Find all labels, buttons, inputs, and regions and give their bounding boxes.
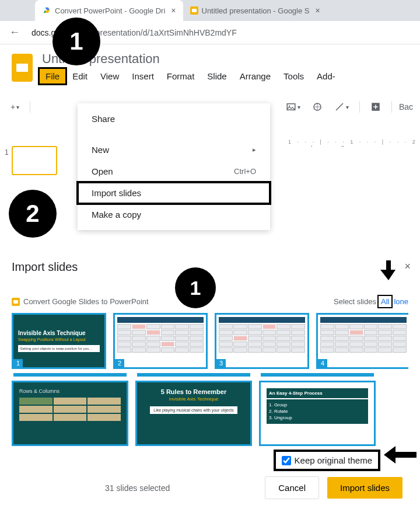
comment-button[interactable] xyxy=(367,99,384,114)
step-badge-2: 2 xyxy=(9,190,57,238)
shape-button[interactable] xyxy=(309,99,326,114)
background-button[interactable]: Bac xyxy=(399,102,413,112)
tab-label: Untitled presentation - Google S xyxy=(202,6,310,15)
close-icon[interactable]: × xyxy=(171,6,176,15)
import-button[interactable]: Import slides xyxy=(327,477,402,499)
slide-thumbnails-row2: Rows & Columns 5 Rules to Remember Invis… xyxy=(12,381,408,446)
checkbox-input[interactable] xyxy=(282,456,291,465)
image-icon xyxy=(286,102,296,112)
image-button[interactable]: ▾ xyxy=(282,99,304,114)
menu-make-copy[interactable]: Make a copy xyxy=(78,204,270,225)
ruler: 1 · · · | · · · 1 · · · | · · · 2 · · · … xyxy=(286,139,420,147)
menu-arrange[interactable]: Arrange xyxy=(234,69,276,83)
left-arrow-icon xyxy=(384,444,416,469)
step-badge-1b: 1 xyxy=(175,267,216,308)
selected-count: 31 slides selected xyxy=(105,483,170,493)
shape-icon xyxy=(312,102,323,112)
keep-original-theme-checkbox[interactable]: Keep original theme xyxy=(276,452,378,469)
new-slide-button[interactable]: + ▾ xyxy=(7,100,23,114)
import-slide-1[interactable]: Invisible Axis Technique Swapping Positi… xyxy=(12,313,106,369)
slides-icon xyxy=(12,298,20,306)
slide-number: 1 xyxy=(5,148,9,156)
menubar: File Edit View Insert Format Slide Arran… xyxy=(40,69,420,83)
checkbox-label: Keep original theme xyxy=(295,455,372,465)
dialog-title: Import slides xyxy=(12,260,408,274)
tab-label: Convert PowerPoint - Google Dri xyxy=(55,6,165,15)
browser-tab-bar: Convert PowerPoint - Google Dri × Untitl… xyxy=(0,0,420,21)
slide-number: 3 xyxy=(216,359,226,367)
browser-tab-drive[interactable]: Convert PowerPoint - Google Dri × xyxy=(35,0,183,21)
menu-edit[interactable]: Edit xyxy=(66,69,93,83)
menu-import-slides[interactable]: Import slides xyxy=(78,182,270,204)
menu-share[interactable]: Share xyxy=(78,108,270,130)
slides-logo-icon[interactable] xyxy=(12,54,33,82)
slides-icon xyxy=(190,6,198,15)
line-icon xyxy=(334,102,345,112)
cancel-button[interactable]: Cancel xyxy=(265,476,319,499)
slide-number: 1 xyxy=(13,359,23,367)
shortcut-label: Ctrl+O xyxy=(234,167,256,176)
slide-panel: 1 xyxy=(12,146,57,175)
import-slide-2[interactable]: 2 xyxy=(113,313,208,369)
plus-box-icon xyxy=(370,102,381,112)
menu-tools[interactable]: Tools xyxy=(278,69,310,83)
dialog-footer: 31 slides selected Cancel Import slides xyxy=(0,476,420,499)
import-slide-5[interactable]: Rows & Columns xyxy=(12,381,128,446)
menu-addons[interactable]: Add- xyxy=(311,69,341,83)
menu-insert[interactable]: Insert xyxy=(126,69,160,83)
separator xyxy=(391,101,392,113)
step-badge-1: 1 xyxy=(52,18,100,65)
file-dropdown-menu: Share New▸ OpenCtrl+O Import slides Make… xyxy=(78,103,270,230)
select-slides-label: Select slides xyxy=(334,297,376,306)
slide-thumbnails-row: Invisible Axis Technique Swapping Positi… xyxy=(12,313,408,369)
menu-file[interactable]: File xyxy=(40,69,65,83)
browser-tab-slides[interactable]: Untitled presentation - Google S × xyxy=(183,0,327,21)
submenu-arrow-icon: ▸ xyxy=(253,146,256,154)
import-slide-7[interactable]: An Easy 4-Step Process 1. Group 2. Rotat… xyxy=(259,381,376,446)
select-none-link[interactable]: lone xyxy=(394,297,408,306)
separator xyxy=(30,101,30,113)
line-button[interactable]: ▾ xyxy=(331,99,352,114)
close-icon[interactable]: × xyxy=(316,6,320,15)
import-slide-3[interactable]: 3 xyxy=(215,313,309,369)
back-button[interactable]: ← xyxy=(5,26,24,39)
slide-thumbnail-1[interactable]: 1 xyxy=(12,146,57,175)
menu-format[interactable]: Format xyxy=(161,69,201,83)
menu-view[interactable]: View xyxy=(94,69,125,83)
menu-open[interactable]: OpenCtrl+O xyxy=(78,161,270,182)
slide-number: 2 xyxy=(115,359,124,367)
select-all-link[interactable]: All xyxy=(379,296,391,307)
import-slide-6[interactable]: 5 Rules to Remember Invisible Axis Techn… xyxy=(135,381,252,446)
import-slide-4[interactable]: 4 xyxy=(316,313,408,369)
menu-new[interactable]: New▸ xyxy=(78,139,270,161)
separator xyxy=(359,101,360,113)
source-presentation-name: Convert Google Slides to PowerPoint xyxy=(23,297,149,306)
slide-number: 4 xyxy=(318,359,327,367)
menu-slide[interactable]: Slide xyxy=(201,69,232,83)
drive-icon xyxy=(42,6,51,15)
